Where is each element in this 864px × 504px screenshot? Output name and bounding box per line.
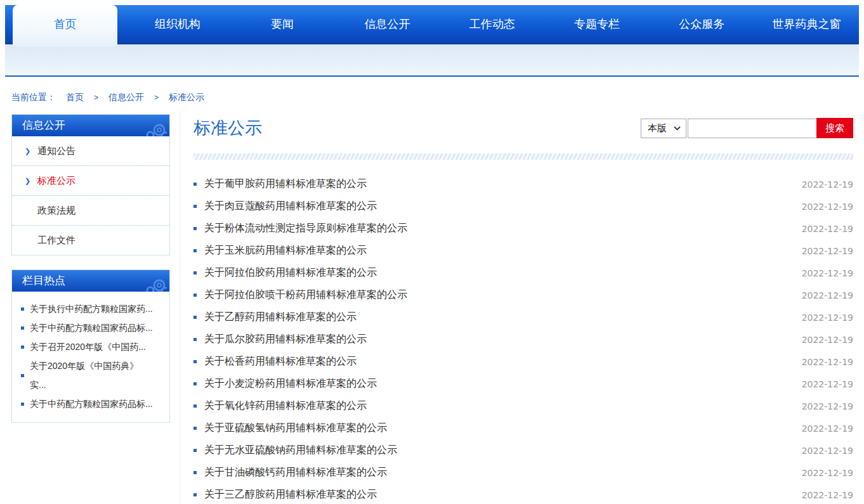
announcement-date: 2022-12-19 (802, 335, 853, 345)
main-header: 标准公示 本版 搜索 (193, 117, 853, 139)
announcement-link[interactable]: 关于粉体流动性测定指导原则标准草案的公示 (204, 222, 407, 235)
announcement-link[interactable]: 关于玉米朊药用辅料标准草案的公示 (204, 244, 367, 257)
list-item: 关于氧化锌药用辅料标准草案的公示 2022-12-19 (193, 395, 853, 417)
sidebar-item-notices[interactable]: ❯ 通知公告 (12, 136, 169, 166)
breadcrumb-link-standards[interactable]: 标准公示 (169, 92, 204, 103)
nav-tab-organization[interactable]: 组织机构 (125, 5, 230, 43)
sidebar-item-label: 政策法规 (37, 205, 75, 217)
square-bullet-icon (193, 227, 197, 230)
announcement-link[interactable]: 关于甘油磷酸钙药用辅料标准草案的公示 (204, 466, 387, 479)
chevron-right-icon: ❯ (25, 177, 31, 185)
square-bullet-icon (193, 271, 197, 275)
square-bullet-icon (193, 427, 197, 430)
announcement-date: 2022-12-19 (802, 401, 853, 411)
announcement-link[interactable]: 关于三乙醇胺药用辅料标准草案的公示 (204, 488, 377, 501)
announcement-link[interactable]: 关于亚硫酸氢钠药用辅料标准草案的公示 (204, 422, 387, 435)
breadcrumb-separator: > (154, 93, 159, 102)
square-bullet-icon (193, 360, 197, 363)
sidebar-info-disclosure-box: 信息公开 ❯ 通知公告 ❯ 标准公示 (11, 114, 170, 255)
hot-topic-link[interactable]: 关于中药配方颗粒国家药品标... (21, 318, 160, 337)
breadcrumb-link-home[interactable]: 首页 (66, 92, 84, 103)
hot-topics-title: 栏目热点 (22, 275, 65, 287)
hot-topic-link[interactable]: 关于中药配方颗粒国家药品标... (21, 394, 160, 413)
square-bullet-icon (21, 326, 24, 330)
list-item: 关于甘油磷酸钙药用辅料标准草案的公示 2022-12-19 (193, 462, 853, 484)
sidebar-item-label: 工作文件 (37, 235, 75, 247)
page-title: 标准公示 (193, 117, 262, 139)
sidebar-column: 信息公开 ❯ 通知公告 ❯ 标准公示 (11, 109, 170, 423)
search-scope-select[interactable]: 本版 (641, 119, 686, 138)
sidebar-item-policies[interactable]: 政策法规 (12, 196, 169, 226)
list-item: 关于瓜尔胶药用辅料标准草案的公示 2022-12-19 (193, 328, 853, 351)
nav-tab-special-columns[interactable]: 专题专栏 (544, 5, 649, 43)
announcement-link[interactable]: 关于乙醇药用辅料标准草案的公示 (204, 311, 357, 324)
search-button[interactable]: 搜索 (816, 118, 853, 138)
search-group: 本版 搜索 (641, 118, 853, 138)
announcement-date: 2022-12-19 (802, 202, 853, 212)
announcement-link[interactable]: 关于葡甲胺药用辅料标准草案的公示 (204, 178, 367, 191)
announcement-link[interactable]: 关于肉豆蔻酸药用辅料标准草案的公示 (204, 200, 377, 213)
square-bullet-icon (21, 374, 24, 377)
announcement-date: 2022-12-19 (802, 423, 853, 434)
announcement-link[interactable]: 关于阿拉伯胶药用辅料标准草案的公示 (204, 266, 377, 280)
announcement-link[interactable]: 关于松香药用辅料标准草案的公示 (204, 355, 357, 368)
breadcrumb-separator: > (94, 93, 98, 102)
nav-tab-info-disclosure[interactable]: 信息公开 (335, 5, 440, 43)
list-item: 关于三乙醇胺药用辅料标准草案的公示 2022-12-19 (193, 484, 853, 504)
breadcrumb-link-info-disclosure[interactable]: 信息公开 (108, 92, 144, 103)
nav-tab-work-updates[interactable]: 工作动态 (440, 5, 544, 43)
hot-topic-link[interactable]: 关于2020年版《中国药典》 实... (21, 356, 160, 394)
announcement-date: 2022-12-19 (802, 290, 853, 300)
square-bullet-icon (193, 404, 197, 408)
hot-topic-label: 关于执行中药配方颗粒国家药... (30, 299, 153, 318)
cloud-decoration-icon (134, 122, 167, 136)
announcement-link[interactable]: 关于阿拉伯胶喷干粉药用辅料标准草案的公示 (204, 288, 407, 302)
square-bullet-icon (21, 403, 24, 406)
sidebar-item-work-documents[interactable]: 工作文件 (12, 226, 169, 255)
list-item: 关于肉豆蔻酸药用辅料标准草案的公示 2022-12-19 (193, 195, 853, 217)
list-item: 关于乙醇药用辅料标准草案的公示 2022-12-19 (193, 306, 853, 328)
square-bullet-icon (193, 493, 197, 496)
announcement-link[interactable]: 关于无水亚硫酸钠药用辅料标准草案的公示 (204, 444, 397, 457)
square-bullet-icon (21, 307, 24, 311)
announcement-date: 2022-12-19 (802, 246, 853, 256)
announcement-link[interactable]: 关于小麦淀粉药用辅料标准草案的公示 (204, 377, 377, 391)
sidebar-hot-topics-box: 栏目热点 关于执行中药配方颗粒国家药... 关于中 (11, 269, 170, 423)
announcement-list: 关于葡甲胺药用辅料标准草案的公示 2022-12-19 关于肉豆蔻酸药用辅料标准… (193, 173, 853, 504)
list-item: 关于葡甲胺药用辅料标准草案的公示 2022-12-19 (193, 173, 853, 195)
nav-tab-home[interactable]: 首页 (13, 5, 117, 47)
top-nav: 首页 组织机构 要闻 信息公开 工作动态 专题专栏 公众服务 世界药典之窗 (5, 5, 859, 44)
announcement-link[interactable]: 关于瓜尔胶药用辅料标准草案的公示 (204, 333, 367, 346)
main-content: 标准公示 本版 搜索 关于葡甲胺药用辅料标准草案的公示 (180, 109, 859, 504)
sidebar-item-standards[interactable]: ❯ 标准公示 (12, 166, 169, 196)
hot-topic-label: 关于召开2020年版《中国药... (30, 337, 146, 356)
hot-topic-link[interactable]: 关于召开2020年版《中国药... (21, 337, 160, 356)
hot-topics-header: 栏目热点 (12, 270, 169, 292)
announcement-date: 2022-12-19 (802, 490, 853, 500)
announcement-link[interactable]: 关于氧化锌药用辅料标准草案的公示 (204, 399, 367, 413)
announcement-date: 2022-12-19 (802, 379, 853, 389)
list-item: 关于亚硫酸氢钠药用辅料标准草案的公示 2022-12-19 (193, 417, 853, 439)
square-bullet-icon (193, 449, 197, 452)
announcement-date: 2022-12-19 (802, 268, 853, 278)
hot-topic-label: 关于中药配方颗粒国家药品标... (30, 394, 153, 413)
breadcrumb-label: 当前位置： (11, 92, 56, 103)
hot-topics-list: 关于执行中药配方颗粒国家药... 关于中药配方颗粒国家药品标... 关于召开20… (12, 292, 169, 422)
nav-tab-world-pharmacopoeia[interactable]: 世界药典之窗 (754, 5, 859, 43)
top-nav-wrapper: 首页 组织机构 要闻 信息公开 工作动态 专题专栏 公众服务 世界药典之窗 (0, 0, 864, 77)
square-bullet-icon (193, 183, 197, 186)
announcement-date: 2022-12-19 (802, 179, 853, 190)
announcement-date: 2022-12-19 (802, 313, 853, 323)
page: 首页 组织机构 要闻 信息公开 工作动态 专题专栏 公众服务 世界药典之窗 当前… (0, 0, 864, 504)
square-bullet-icon (193, 205, 197, 208)
nav-tab-public-service[interactable]: 公众服务 (650, 5, 754, 43)
search-input[interactable] (688, 119, 816, 138)
list-item: 关于粉体流动性测定指导原则标准草案的公示 2022-12-19 (193, 217, 853, 240)
sidebar-item-label: 通知公告 (37, 145, 75, 157)
hot-topic-link[interactable]: 关于执行中药配方颗粒国家药... (21, 299, 160, 318)
list-item: 关于无水亚硫酸钠药用辅料标准草案的公示 2022-12-19 (193, 439, 853, 462)
nav-tab-news[interactable]: 要闻 (230, 5, 335, 43)
list-item: 关于阿拉伯胶喷干粉药用辅料标准草案的公示 2022-12-19 (193, 284, 853, 306)
list-item: 关于玉米朊药用辅料标准草案的公示 2022-12-19 (193, 240, 853, 262)
cloud-decoration-icon (134, 278, 167, 292)
